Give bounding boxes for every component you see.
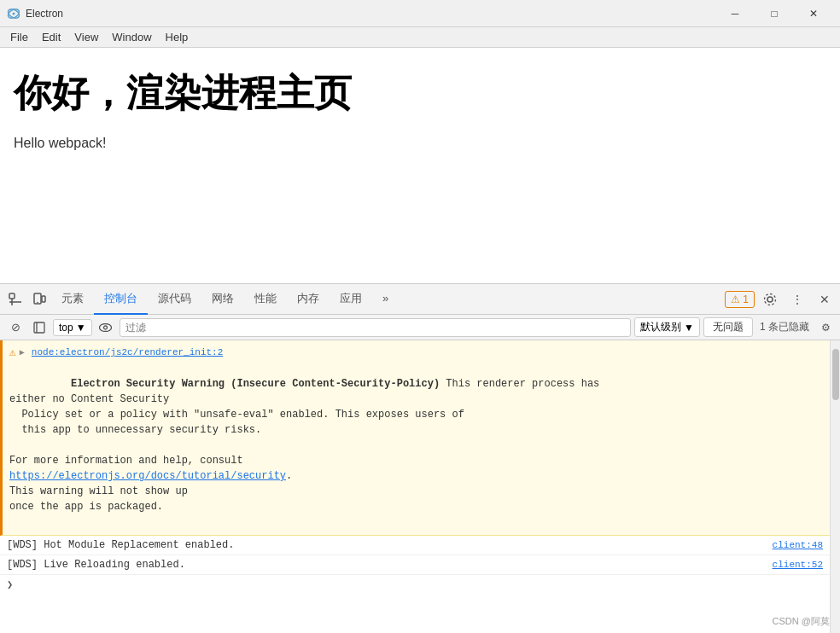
clear-console-btn[interactable]: ⊘: [5, 317, 26, 338]
title-bar: Electron ─ □ ✕: [0, 0, 840, 27]
console-settings-btn[interactable]: ⚙: [816, 318, 835, 337]
svg-point-13: [100, 323, 112, 331]
tab-memory[interactable]: 内存: [287, 284, 330, 315]
top-label: top: [59, 322, 73, 334]
level-label: 默认级别: [640, 320, 681, 334]
close-button[interactable]: ✕: [794, 0, 833, 27]
devtools-panel: 元素 控制台 源代码 网络 性能 内存 应用 » ⚠ 1 ⋮ ✕ ⊘: [0, 283, 840, 633]
show-sidebar-btn[interactable]: [29, 317, 50, 338]
caret-line[interactable]: ❯: [0, 575, 830, 595]
menu-help[interactable]: Help: [159, 29, 195, 45]
menu-file[interactable]: File: [3, 29, 35, 45]
context-selector[interactable]: top ▼: [53, 319, 92, 336]
log1-source[interactable]: client:48: [773, 540, 823, 550]
tab-sources[interactable]: 源代码: [148, 284, 201, 315]
warning-icon: ⚠: [731, 293, 740, 305]
console-caret-icon: ❯: [7, 578, 13, 591]
title-bar-text: Electron: [26, 8, 715, 20]
console-scrollbar[interactable]: [830, 340, 840, 633]
menu-edit[interactable]: Edit: [35, 29, 67, 45]
devtools-more-btn[interactable]: ⋮: [785, 287, 809, 311]
tab-performance[interactable]: 性能: [244, 284, 287, 315]
log1-text: [WDS] Hot Module Replacement enabled.: [7, 539, 234, 551]
watermark: CSDN @阿莫: [773, 615, 830, 628]
warning-badge[interactable]: ⚠ 1: [725, 291, 755, 308]
log-line-2: [WDS] Live Reloading enabled. client:52: [0, 555, 830, 575]
level-chevron-icon: ▼: [684, 322, 694, 334]
warning-link[interactable]: https://electronjs.org/docs/tutorial/sec…: [9, 470, 286, 482]
warning-title: Electron Security Warning (Insecure Cont…: [71, 378, 440, 390]
warning-triangle-icon: ⚠: [9, 346, 16, 359]
filter-input[interactable]: [120, 318, 632, 337]
log2-source[interactable]: client:52: [773, 560, 823, 570]
menu-bar: File Edit View Window Help: [0, 27, 840, 48]
warning-body: This renderer process has either no Cont…: [9, 378, 599, 467]
svg-point-14: [104, 326, 108, 329]
svg-point-9: [767, 297, 773, 302]
eye-btn[interactable]: [96, 317, 116, 338]
tab-more[interactable]: »: [372, 284, 399, 315]
page-subtitle: Hello webpack!: [14, 136, 826, 151]
devtools-close-btn[interactable]: ✕: [813, 287, 837, 311]
devtools-toolbar-right: ⚠ 1 ⋮ ✕: [725, 287, 837, 311]
svg-point-10: [765, 293, 776, 305]
electron-icon: [7, 7, 20, 20]
devtools-toolbar: 元素 控制台 源代码 网络 性能 内存 应用 » ⚠ 1 ⋮ ✕: [0, 284, 840, 315]
tab-application[interactable]: 应用: [330, 284, 372, 315]
devtools-console-bar: ⊘ top ▼ 默认级别 ▼ 无问题 1 条已隐藏 ⚙: [0, 315, 840, 340]
page-title: 你好，渲染进程主页: [14, 68, 826, 119]
title-bar-controls: ─ □ ✕: [715, 0, 833, 27]
context-chevron-icon: ▼: [76, 322, 86, 334]
devtools-settings-btn[interactable]: [758, 287, 782, 311]
hidden-count: 1 条已隐藏: [756, 320, 813, 334]
tab-elements[interactable]: 元素: [51, 284, 94, 315]
svg-rect-3: [9, 293, 15, 299]
svg-point-2: [13, 12, 15, 15]
warning-count: 1: [743, 293, 749, 305]
menu-view[interactable]: View: [67, 29, 105, 45]
devtools-device-btn[interactable]: [27, 287, 51, 311]
minimize-button[interactable]: ─: [715, 0, 755, 27]
log-line-1: [WDS] Hot Module Replacement enabled. cl…: [0, 536, 830, 555]
expand-arrow-icon[interactable]: ▶: [20, 347, 25, 357]
no-issues-btn[interactable]: 无问题: [703, 317, 753, 337]
scrollbar-thumb[interactable]: [832, 349, 839, 400]
menu-window[interactable]: Window: [105, 29, 158, 45]
tab-console[interactable]: 控制台: [94, 284, 148, 315]
log2-text: [WDS] Live Reloading enabled.: [7, 559, 185, 571]
warning-header: ⚠ ▶ node:electron/js2c/renderer_init:2: [9, 346, 823, 359]
main-content: 你好，渲染进程主页 Hello webpack!: [0, 48, 840, 283]
svg-point-8: [37, 301, 38, 303]
console-content: ⚠ ▶ node:electron/js2c/renderer_init:2 E…: [0, 340, 830, 633]
maximize-button[interactable]: □: [755, 0, 794, 27]
warning-block: ⚠ ▶ node:electron/js2c/renderer_init:2 E…: [0, 340, 830, 536]
tab-network[interactable]: 网络: [201, 284, 244, 315]
console-output: ⚠ ▶ node:electron/js2c/renderer_init:2 E…: [0, 340, 840, 633]
devtools-inspect-btn[interactable]: [3, 287, 27, 311]
warning-text: Electron Security Warning (Insecure Cont…: [9, 361, 823, 530]
svg-rect-7: [42, 296, 45, 302]
svg-rect-11: [34, 322, 44, 333]
level-selector[interactable]: 默认级别 ▼: [634, 317, 700, 337]
warning-source[interactable]: node:electron/js2c/renderer_init:2: [32, 347, 223, 357]
